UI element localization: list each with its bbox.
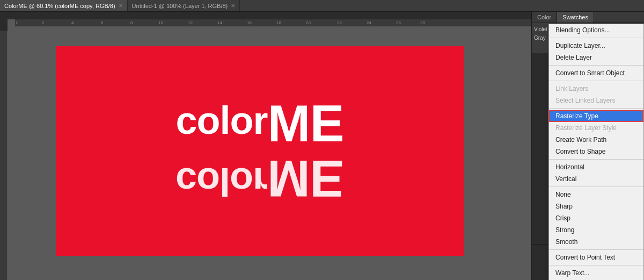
menu-none[interactable]: None [549, 189, 643, 200]
menu-warp-text[interactable]: Warp Text... [549, 267, 643, 279]
logo-bottom-row: colorME [175, 149, 343, 208]
ruler-num-4: 8 [130, 20, 133, 25]
menu-vertical[interactable]: Vertical [549, 173, 643, 185]
ruler-num-1: 2 [42, 20, 44, 25]
menu-link-layers: Link Layers [549, 83, 643, 95]
ruler-num-0: 0 [16, 20, 18, 25]
canvas-area: 0 2 4 6 8 10 12 14 16 18 20 22 24 26 28 … [8, 19, 531, 280]
tab-bar: ColorME @ 60.1% (colorME copy, RGB/8) ✕ … [0, 0, 644, 12]
ruler-num-13: 26 [396, 20, 401, 25]
tab-colorme-close[interactable]: ✕ [119, 3, 123, 9]
menu-sharp[interactable]: Sharp [549, 200, 643, 212]
menu-sep-7 [549, 249, 643, 250]
ruler-num-6: 12 [188, 20, 193, 25]
ruler-num-9: 18 [276, 20, 281, 25]
menu-duplicate-layer[interactable]: Duplicate Layer... [549, 40, 643, 52]
menu-convert-point-text[interactable]: Convert to Point Text [549, 252, 643, 263]
ruler-num-14: 28 [420, 20, 425, 25]
ruler-num-10: 20 [306, 20, 311, 25]
context-menu: Blending Options... Duplicate Layer... D… [548, 24, 644, 280]
ruler-num-11: 22 [337, 20, 342, 25]
ruler-num-2: 4 [71, 20, 74, 25]
tab-untitled-label: Untitled-1 @ 100% (Layer 1, RGB/8) [132, 3, 228, 9]
menu-delete-layer[interactable]: Delete Layer [549, 52, 643, 63]
main-area: 0 2 4 6 8 10 12 14 16 18 20 22 24 26 28 … [0, 12, 644, 280]
menu-sep-1 [549, 38, 643, 38]
tab-swatches[interactable]: Swatches [557, 12, 594, 23]
menu-sep-5 [549, 159, 643, 160]
menu-strong[interactable]: Strong [549, 224, 643, 236]
ruler-num-3: 6 [101, 20, 103, 25]
menu-rasterize-type[interactable]: Rasterize Type [549, 110, 643, 122]
tab-colorme[interactable]: ColorME @ 60.1% (colorME copy, RGB/8) ✕ [0, 0, 128, 11]
ruler-vertical [0, 31, 8, 280]
logo-top-row: colorME [175, 94, 343, 153]
menu-crisp[interactable]: Crisp [549, 212, 643, 224]
menu-convert-smart[interactable]: Convert to Smart Object [549, 67, 643, 79]
menu-sep-2 [549, 65, 643, 66]
tab-untitled[interactable]: Untitled-1 @ 100% (Layer 1, RGB/8) ✕ [128, 0, 240, 11]
menu-sep-4 [549, 108, 643, 109]
tab-untitled-close[interactable]: ✕ [231, 3, 235, 9]
ruler-num-7: 14 [217, 20, 222, 25]
menu-sep-8 [549, 265, 643, 265]
tab-colorme-label: ColorME @ 60.1% (colorME copy, RGB/8) [4, 3, 115, 9]
menu-select-linked: Select Linked Layers [549, 95, 643, 106]
ruler-num-8: 16 [247, 20, 252, 25]
ruler-num-12: 24 [367, 20, 371, 25]
tab-color[interactable]: Color [532, 12, 557, 23]
ruler-horizontal: 0 2 4 6 8 10 12 14 16 18 20 22 24 26 28 [15, 19, 531, 27]
menu-create-work-path[interactable]: Create Work Path [549, 134, 643, 146]
panel-tabs: Color Swatches [532, 12, 644, 23]
menu-sep-3 [549, 81, 643, 81]
menu-convert-shape[interactable]: Convert to Shape [549, 146, 643, 157]
right-panel: Color Swatches Violet Gray [531, 12, 644, 280]
menu-horizontal[interactable]: Horizontal [549, 161, 643, 173]
menu-smooth[interactable]: Smooth [549, 236, 643, 248]
menu-sep-6 [549, 186, 643, 187]
menu-blending-options[interactable]: Blending Options... [549, 24, 643, 36]
menu-rasterize-layer: Rasterize Layer Style [549, 122, 643, 134]
ruler-num-5: 10 [158, 20, 163, 25]
canvas-image: colorME colorME [56, 46, 464, 256]
